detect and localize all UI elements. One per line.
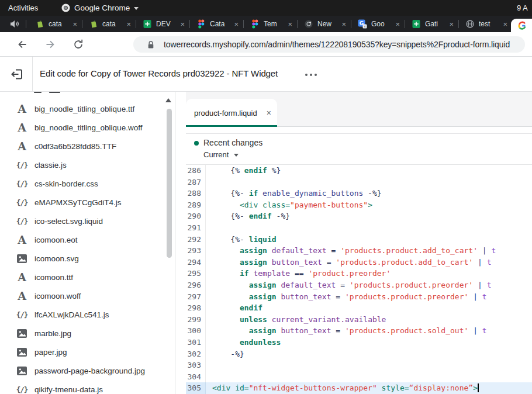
file-item[interactable]: paper.jpg <box>0 343 175 361</box>
reload-icon[interactable] <box>72 39 84 50</box>
browser-tab[interactable]: test× <box>458 16 511 32</box>
font-file-icon: A <box>18 141 26 152</box>
code-line[interactable]: 301 endunless <box>186 337 532 348</box>
file-name: c0df3a6b528fdd85.TTF <box>34 142 116 151</box>
browser-tab-label: Gati <box>425 20 444 28</box>
file-item[interactable]: {/}lfcAXLwjkDALc541.js <box>0 305 175 324</box>
code-line[interactable]: 294 assign button_text = 'products.produ… <box>186 257 532 268</box>
browser-tab[interactable]: cata× <box>82 16 136 32</box>
file-item[interactable]: password-page-background.jpg <box>0 361 175 380</box>
browser-tab[interactable]: DEV× <box>136 16 189 32</box>
speaker-icon <box>9 19 20 31</box>
sheets-icon <box>143 19 152 29</box>
browser-tab[interactable]: New× <box>297 16 351 32</box>
code-line[interactable]: 293 assign default_text = 'products.prod… <box>186 245 532 257</box>
browser-tab[interactable]: Cata× <box>189 16 243 32</box>
code-line[interactable]: 303 <box>186 360 532 371</box>
file-item[interactable]: Aicomoon.woff <box>0 286 175 305</box>
code-line[interactable]: 297 assign button_text = 'products.produ… <box>186 291 532 303</box>
code-file-icon: {/} <box>16 217 28 226</box>
image-file-icon <box>17 329 27 338</box>
browser-tab[interactable]: Tem× <box>243 16 297 32</box>
line-number: 300 <box>186 325 206 337</box>
browser-tab-label: test <box>479 20 498 28</box>
activities-button[interactable]: Activities <box>0 0 46 16</box>
code-line[interactable]: 299 unless current_variant.available <box>186 314 532 326</box>
code-line[interactable]: 289 <div class="payment-buttons"> <box>186 199 532 211</box>
code-line-content: endunless <box>206 337 281 348</box>
editor-file-tab[interactable]: product-form.liquid × <box>186 99 277 127</box>
sidebar-scrollbar[interactable] <box>167 109 172 258</box>
code-line[interactable]: 298 endif <box>186 302 532 314</box>
code-line[interactable]: 290 {%- endif -%} <box>186 210 532 222</box>
tab-close-icon[interactable]: × <box>125 20 132 29</box>
header-divider <box>32 57 33 91</box>
code-line-content <box>206 177 212 188</box>
code-line-content: <div id="nft-widget-buttons-wrapper" sty… <box>206 382 479 394</box>
globe-icon <box>465 19 475 29</box>
tab-close-icon[interactable]: × <box>233 20 240 29</box>
file-item[interactable]: Aicomoon.eot <box>0 230 175 249</box>
line-number: 289 <box>186 199 206 211</box>
file-item[interactable]: icomoon.svg <box>0 249 175 268</box>
code-line-content: assign button_text = 'products.product.p… <box>206 291 487 303</box>
code-text-area[interactable]: 286 {% endif %}287288 {%- if enable_dyna… <box>186 165 532 394</box>
file-item[interactable]: {/}ico-select.svg.liquid <box>0 212 175 230</box>
forward-icon[interactable] <box>44 39 56 50</box>
url-text[interactable]: towerrecords.myshopify.com/admin/themes/… <box>164 40 530 49</box>
code-line-content: assign default_text = 'products.product.… <box>206 279 491 291</box>
file-item[interactable]: {/}qikify-tmenu-data.js <box>0 380 175 394</box>
code-line[interactable]: 296 assign default_text = 'products.prod… <box>186 279 532 291</box>
browser-tab[interactable]: GxGoo× <box>351 16 405 32</box>
code-line[interactable]: 286 {% endif %} <box>186 165 532 177</box>
app-menu[interactable]: Google Chrome <box>61 0 139 16</box>
code-line-content <box>206 222 212 234</box>
code-line[interactable]: 304 <box>186 371 532 383</box>
line-number: 286 <box>186 165 206 177</box>
code-line-content: if template == 'product.preorder' <box>206 268 391 279</box>
back-icon[interactable] <box>16 39 28 50</box>
screen: Activities Google Chrome 9 A cata×cata×D… <box>0 0 532 394</box>
code-line[interactable]: 287 <box>186 177 532 188</box>
file-item[interactable]: Aicomoon.ttf <box>0 268 175 286</box>
lock-icon[interactable] <box>147 40 154 51</box>
tab-close-icon[interactable]: × <box>340 20 347 29</box>
code-file-icon: {/} <box>16 310 28 319</box>
browser-tab-label: Tem <box>264 20 282 28</box>
file-item[interactable]: Abig_noodle_titling_oblique.woff <box>0 118 175 137</box>
line-number: 304 <box>186 371 206 383</box>
file-item[interactable]: {/}cs-skin-border.css <box>0 174 175 193</box>
line-number: 290 <box>186 210 206 222</box>
tab-close-icon[interactable]: × <box>394 20 401 29</box>
code-line[interactable]: 292 {%- liquid <box>186 234 532 246</box>
tab-close-icon[interactable]: × <box>502 20 509 29</box>
scrollbar-up-arrow[interactable] <box>165 98 171 102</box>
code-line[interactable]: 300 assign button_text = 'products.produ… <box>186 325 532 337</box>
text-cursor <box>478 383 479 392</box>
more-actions-button[interactable] <box>303 71 319 78</box>
browser-tab[interactable]: cata× <box>28 16 82 32</box>
file-item[interactable]: marble.jpg <box>0 324 175 343</box>
browser-tab[interactable]: Gati× <box>405 16 458 32</box>
tab-close-icon[interactable]: × <box>179 20 186 29</box>
version-dropdown[interactable]: Current <box>203 150 239 159</box>
clock[interactable]: 9 A <box>517 0 532 16</box>
code-line[interactable]: 291 <box>186 222 532 234</box>
file-item[interactable]: {/}classie.js <box>0 155 175 174</box>
code-line[interactable]: 302 -%} <box>186 348 532 360</box>
code-line[interactable]: 288 {%- if enable_dynamic_buttons -%} <box>186 188 532 199</box>
exit-code-editor-icon[interactable] <box>9 67 25 82</box>
code-line[interactable]: 295 if template == 'product.preorder' <box>186 268 532 279</box>
tab-close-icon[interactable]: × <box>71 20 78 29</box>
code-line[interactable]: 305<div id="nft-widget-buttons-wrapper" … <box>186 382 532 394</box>
file-item[interactable]: {/}eMAPMXSyTCgGdiT4.js <box>0 193 175 212</box>
tab-close-icon[interactable]: × <box>448 20 455 29</box>
tab-close-icon[interactable]: × <box>286 20 293 29</box>
file-item[interactable]: Abig_noodle_titling_oblique.ttf <box>0 99 175 118</box>
file-name: classie.js <box>34 161 67 170</box>
browser-tab-active[interactable] <box>511 19 532 32</box>
file-item[interactable]: Ac0df3a6b528fdd85.TTF <box>0 137 175 155</box>
file-name: icomoon.svg <box>34 254 79 263</box>
image-file-icon <box>17 254 27 263</box>
close-icon[interactable]: × <box>267 109 271 117</box>
